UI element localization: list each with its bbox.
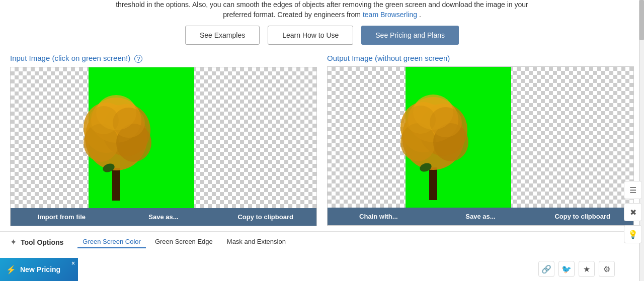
- settings-icon[interactable]: ⚙: [599, 261, 615, 277]
- output-save-as-button[interactable]: Save as...: [430, 208, 532, 225]
- lightbulb-icon[interactable]: 💡: [624, 225, 642, 243]
- new-pricing-label: New Pricing: [20, 265, 60, 273]
- tool-options-icon: ✦: [10, 237, 17, 247]
- input-tree-svg: [76, 72, 156, 203]
- magic-wand-icon[interactable]: ✖: [624, 203, 642, 221]
- description-content: threshold in the options. Also, you can …: [116, 1, 528, 19]
- output-copy-button[interactable]: Copy to clipboard: [531, 208, 633, 225]
- lightning-icon: ⚡: [6, 265, 16, 274]
- input-checker-background[interactable]: [11, 67, 316, 208]
- description-text: threshold in the options. Also, you can …: [0, 0, 644, 20]
- browserling-link[interactable]: team Browserling: [363, 11, 417, 19]
- import-from-file-button[interactable]: Import from file: [11, 208, 113, 226]
- output-tree: [383, 69, 484, 205]
- input-copy-button[interactable]: Copy to clipboard: [214, 208, 316, 226]
- output-image-footer: Chain with... Save as... Copy to clipboa…: [328, 208, 633, 225]
- input-image-footer: Import from file Save as... Copy to clip…: [11, 208, 316, 226]
- tab-green-screen-color[interactable]: Green Screen Color: [77, 236, 146, 248]
- right-sidebar: ☰ ✖ 💡: [622, 0, 644, 281]
- see-examples-button[interactable]: See Examples: [185, 26, 260, 45]
- new-pricing-bar[interactable]: ⚡ New Pricing ×: [0, 258, 78, 281]
- link-icon[interactable]: 🔗: [538, 261, 554, 277]
- tool-options-label: Tool Options: [21, 238, 63, 246]
- notes-icon[interactable]: ☰: [624, 181, 642, 199]
- svg-rect-0: [112, 168, 120, 201]
- tool-options-bar: ✦ Tool Options Green Screen Color Green …: [0, 231, 644, 252]
- star-icon[interactable]: ★: [579, 261, 595, 277]
- see-pricing-button[interactable]: See Pricing and Plans: [361, 26, 459, 45]
- action-buttons: See Examples Learn How to Use See Pricin…: [0, 26, 644, 45]
- tab-mask-extension[interactable]: Mask and Extension: [222, 236, 291, 248]
- period: .: [419, 11, 421, 19]
- bottom-right-icons: 🔗 🐦 ★ ⚙: [534, 257, 619, 281]
- output-panel: Output Image (without green screen): [327, 54, 634, 226]
- input-panel-title: Input Image (click on green screen!) ?: [10, 54, 317, 63]
- output-checker-background: [328, 67, 633, 208]
- twitter-icon[interactable]: 🐦: [558, 261, 575, 277]
- input-tree: [66, 70, 167, 206]
- input-save-as-button[interactable]: Save as...: [113, 208, 215, 226]
- input-panel: Input Image (click on green screen!) ?: [10, 54, 317, 226]
- main-content: Input Image (click on green screen!) ?: [0, 54, 644, 226]
- svg-point-9: [113, 108, 145, 138]
- chain-with-button[interactable]: Chain with...: [328, 208, 430, 225]
- input-image-container[interactable]: Import from file Save as... Copy to clip…: [10, 67, 317, 226]
- learn-how-button[interactable]: Learn How to Use: [268, 26, 353, 45]
- svg-point-20: [430, 107, 462, 137]
- help-icon[interactable]: ?: [134, 55, 142, 63]
- output-image-container[interactable]: Chain with... Save as... Copy to clipboa…: [327, 66, 634, 226]
- output-tree-svg: [393, 72, 473, 203]
- tab-green-screen-edge[interactable]: Green Screen Edge: [150, 236, 218, 248]
- new-pricing-close-button[interactable]: ×: [71, 260, 75, 267]
- output-panel-title: Output Image (without green screen): [327, 54, 634, 62]
- svg-rect-11: [429, 167, 437, 200]
